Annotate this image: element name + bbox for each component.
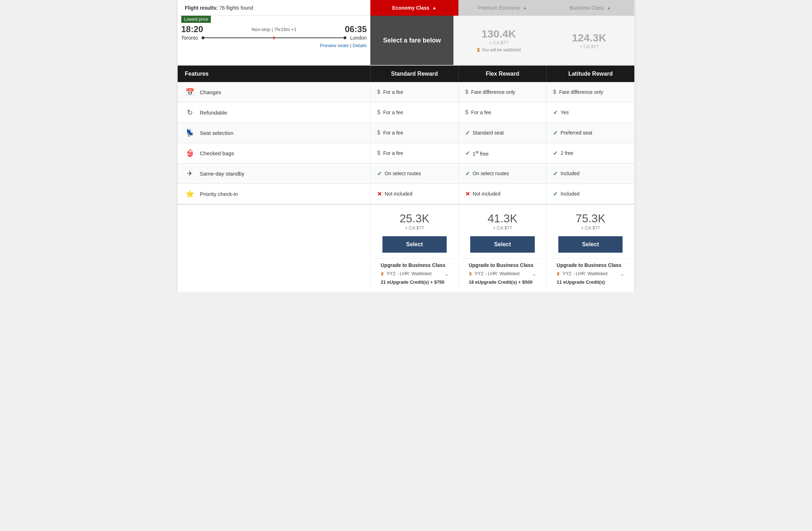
check-icon: ✓ xyxy=(553,191,558,197)
dollar-icon: $ xyxy=(465,109,468,116)
flex-upgrade-section: Upgrade to Business Class ⧗ YYZ - LHR: W… xyxy=(462,258,543,288)
route-line-inner: ✈ xyxy=(204,37,344,38)
waitlist-icon: ⧗ xyxy=(477,47,480,53)
flex-changes: $ Fare difference only xyxy=(458,82,547,102)
flex-standby: ✓ On select routes xyxy=(458,163,547,183)
business-points: 124.3K xyxy=(572,32,607,44)
latitude-upgrade-dropdown[interactable]: ⧗ YYZ - LHR: Waitlisted ⌄ xyxy=(557,271,624,277)
waitlist-icon-small: ⧗ xyxy=(381,271,384,276)
premium-economy-price-panel: 130.4K + CA $77 ⧗ You will be waitlisted xyxy=(453,16,544,65)
select-fare-label: Select a fare below xyxy=(383,37,441,44)
tab-premium-economy[interactable]: Premium Economy ▲ xyxy=(458,0,547,16)
latitude-bags: ✓ 2 free xyxy=(546,143,634,163)
latitude-changes: $ Fare difference only xyxy=(546,82,634,102)
flex-plus-fee: + CA $77 xyxy=(493,225,512,231)
route-line: ✈ xyxy=(202,36,347,39)
dollar-icon: $ xyxy=(465,89,468,95)
arrival-time: 06:35 xyxy=(345,24,367,34)
features-header-row: Features Standard Reward Flex Reward Lat… xyxy=(178,66,634,82)
feature-name-priority: ⭐ Priority check-in xyxy=(178,184,370,204)
standard-reward-header: Standard Reward xyxy=(370,66,458,82)
check-icon: ✓ xyxy=(377,170,382,177)
standard-seat: $ For a fee xyxy=(370,123,458,143)
plane-icon: ✈ xyxy=(272,35,276,41)
standard-pricing-cell: 25.3K + CA $77 Select Upgrade to Busines… xyxy=(370,205,458,292)
pricing-footer-row: 25.3K + CA $77 Select Upgrade to Busines… xyxy=(178,204,634,292)
route-dot-right xyxy=(344,36,346,39)
flight-results-label: Flight results: xyxy=(185,5,218,11)
arrival-city: London xyxy=(350,35,367,41)
standard-upgrade-section: Upgrade to Business Class ⧗ YYZ - LHR: W… xyxy=(374,258,455,288)
x-icon: ✕ xyxy=(377,191,382,197)
flight-info-panel: Lowest price 18:20 Non-stop | 7hr15m +1 … xyxy=(178,16,370,65)
feature-row-changes: 📅 Changes $ For a fee $ Fare difference … xyxy=(178,82,634,102)
business-plus-ca: + CA $77 xyxy=(579,44,599,49)
check-icon: ✓ xyxy=(553,130,558,136)
flex-upgrade-dropdown[interactable]: ⧗ YYZ - LHR: Waitlisted ⌄ xyxy=(469,271,537,277)
flight-times: 18:20 Non-stop | 7hr15m +1 06:35 xyxy=(178,24,370,34)
premium-points: 130.4K xyxy=(482,28,516,40)
dropdown-chevron: ⌄ xyxy=(532,271,536,277)
chevron-down-icon: ▲ xyxy=(432,5,437,10)
tab-business-class[interactable]: Business Class ▲ xyxy=(546,0,634,16)
latitude-priority: ✓ Included xyxy=(546,184,634,204)
latitude-upgrade-section: Upgrade to Business Class ⧗ YYZ - LHR: W… xyxy=(550,258,631,288)
route-dot-left xyxy=(202,36,204,39)
latitude-select-button[interactable]: Select xyxy=(558,236,623,253)
feature-name-seat: 💺 Seat selection xyxy=(178,123,370,143)
flex-upgrade-title: Upgrade to Business Class xyxy=(469,262,537,268)
feature-row-refundable: ↻ Refundable $ For a fee $ For a fee ✓ Y… xyxy=(178,102,634,123)
dollar-icon: $ xyxy=(377,89,380,95)
check-icon: ✓ xyxy=(553,150,558,157)
feature-name-changes: 📅 Changes xyxy=(178,82,370,102)
standby-icon: ✈ xyxy=(185,169,195,178)
flight-results: Flight results: 76 flights found xyxy=(178,5,370,11)
latitude-points-price: 75.3K xyxy=(575,212,605,225)
latitude-standby: ✓ Included xyxy=(546,163,634,183)
flex-upgrade-credits: 18 eUpgrade Credit(s) + $500 xyxy=(469,279,537,285)
flex-refundable: $ For a fee xyxy=(458,102,547,122)
tab-economy[interactable]: Economy Class ▲ xyxy=(370,0,458,16)
lowest-price-badge: Lowest price xyxy=(181,16,211,23)
check-icon: ✓ xyxy=(553,170,558,177)
standard-plus-fee: + CA $77 xyxy=(405,225,424,231)
standard-select-button[interactable]: Select xyxy=(382,236,447,253)
seat-icon: 💺 xyxy=(185,128,195,137)
chevron-down-icon: ▲ xyxy=(523,5,527,10)
dollar-icon: $ xyxy=(377,109,380,116)
flex-bags: ✓ 1st free xyxy=(458,143,547,163)
refund-icon: ↻ xyxy=(185,108,195,117)
flex-pricing-cell: 41.3K + CA $77 Select Upgrade to Busines… xyxy=(458,205,547,292)
latitude-reward-header: Latitude Reward xyxy=(546,66,634,82)
latitude-upgrade-title: Upgrade to Business Class xyxy=(557,262,624,268)
dropdown-chevron: ⌄ xyxy=(620,271,624,277)
calendar-icon: 📅 xyxy=(185,88,195,96)
standard-bags: $ For a fee xyxy=(370,143,458,163)
flex-priority: ✕ Not included xyxy=(458,184,547,204)
check-icon: ✓ xyxy=(465,170,470,177)
standard-upgrade-title: Upgrade to Business Class xyxy=(381,262,448,268)
check-icon: ✓ xyxy=(465,150,470,157)
feature-name-bags: 👙 Checked bags xyxy=(178,143,370,163)
feature-row-checked-bags: 👙 Checked bags $ For a fee ✓ 1st free ✓ … xyxy=(178,143,634,163)
top-bar: Flight results: 76 flights found Economy… xyxy=(178,0,634,16)
departure-city: Toronto xyxy=(181,35,198,41)
dollar-icon: $ xyxy=(377,130,380,136)
business-class-price-panel: 124.3K + CA $77 xyxy=(544,16,634,65)
details-link[interactable]: Details xyxy=(352,43,367,48)
flex-seat: ✓ Standard seat xyxy=(458,123,547,143)
x-icon: ✕ xyxy=(465,191,470,197)
standard-standby: ✓ On select routes xyxy=(370,163,458,183)
standard-points-price: 25.3K xyxy=(400,212,430,225)
standard-upgrade-dropdown[interactable]: ⧗ YYZ - LHR: Waitlisted ⌄ xyxy=(381,271,448,277)
latitude-plus-fee: + CA $77 xyxy=(581,225,600,231)
dropdown-chevron: ⌄ xyxy=(445,271,448,277)
standard-upgrade-credits: 21 eUpgrade Credit(s) + $750 xyxy=(381,279,448,285)
waitlist-icon-small: ⧗ xyxy=(469,271,472,276)
check-icon: ✓ xyxy=(465,130,470,136)
preview-seats-link[interactable]: Preview seats xyxy=(320,43,349,48)
feature-row-seat-selection: 💺 Seat selection $ For a fee ✓ Standard … xyxy=(178,123,634,143)
feature-row-priority: ⭐ Priority check-in ✕ Not included ✕ Not… xyxy=(178,184,634,204)
flex-select-button[interactable]: Select xyxy=(470,236,535,253)
features-header-cell: Features xyxy=(178,66,370,82)
